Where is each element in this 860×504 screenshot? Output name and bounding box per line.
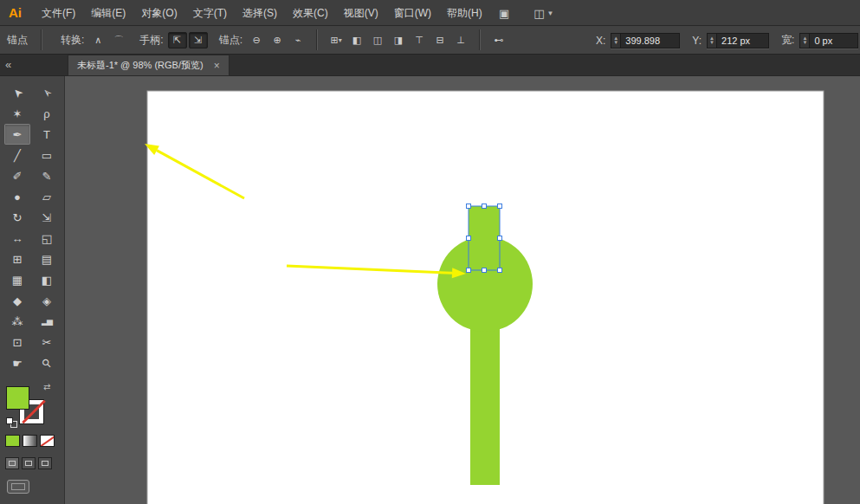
lasso-tool[interactable]: ρ [34, 103, 60, 124]
default-fill-mini [6, 417, 13, 424]
align-bottom-button[interactable]: ⊥ [451, 32, 470, 48]
shape-builder-tool[interactable]: ⊞ [4, 249, 30, 269]
selection-handle[interactable] [482, 268, 487, 273]
align-horizontal-center-icon: ◫ [373, 35, 382, 46]
distribute-button[interactable]: ⊷ [489, 32, 508, 48]
pencil-tool[interactable]: ✎ [34, 165, 60, 186]
menu-item-window[interactable]: 窗口(W) [386, 0, 439, 26]
align-options-button[interactable]: ⊞ ▾ [327, 32, 346, 48]
swap-fill-stroke-icon[interactable]: ⇄ [43, 382, 50, 391]
document-tab-title: 未标题-1* @ 98% (RGB/预览) [77, 59, 204, 72]
document-tab[interactable]: 未标题-1* @ 98% (RGB/预览) × [68, 55, 230, 76]
draw-inside-icon [42, 461, 48, 466]
canvas-svg[interactable] [66, 76, 860, 504]
x-stepper[interactable]: ▲ ▼ [611, 34, 621, 48]
blend-tool[interactable]: ◈ [34, 290, 60, 311]
none-button[interactable] [40, 435, 55, 447]
convert-to-corner-button[interactable]: ∧ [88, 32, 107, 48]
workspace-switcher-button[interactable]: ◫ ▼ [533, 7, 553, 20]
rotate-tool[interactable]: ↻ [4, 207, 30, 228]
rectangle-tool[interactable]: ▭ [34, 145, 60, 165]
pen-tool[interactable]: ✒ [4, 124, 30, 145]
free-transform-icon: ◱ [42, 232, 52, 245]
fill-color-swatch[interactable] [6, 386, 29, 410]
align-top-button[interactable]: ⊤ [410, 32, 429, 48]
selection-handle[interactable] [498, 236, 502, 241]
selection-handle[interactable] [467, 236, 471, 241]
selection-handle[interactable] [498, 204, 502, 209]
hide-handles-button[interactable]: ⇲ [189, 32, 208, 48]
align-vertical-center-button[interactable]: ⊟ [430, 32, 449, 48]
column-graph-tool[interactable]: ▂▅ [34, 311, 60, 332]
color-button[interactable] [5, 435, 20, 447]
screen-mode-button[interactable] [7, 480, 29, 494]
arrange-documents-icon[interactable]: ▣ [499, 7, 509, 20]
width-tool[interactable]: ↔ [4, 228, 30, 249]
y-input[interactable]: ▲ ▼ 212 px [707, 33, 769, 48]
menu-item-help[interactable]: 帮助(H) [439, 0, 490, 26]
app-logo[interactable]: Ai [9, 5, 22, 20]
add-anchor-button[interactable]: ⊕ [268, 32, 287, 48]
selection-tool[interactable]: ➤ [4, 82, 30, 103]
selection-handle[interactable] [482, 204, 487, 209]
drawn-stem-shape[interactable] [470, 320, 500, 485]
drawn-rect-shape[interactable] [469, 206, 500, 270]
blob-brush-tool[interactable]: ● [4, 186, 30, 207]
eraser-tool[interactable]: ▱ [34, 186, 60, 207]
zoom-tool[interactable]: ⚲ [34, 352, 60, 373]
width-stepper[interactable]: ▲ ▼ [800, 34, 810, 48]
menu-item-file[interactable]: 文件(F) [34, 0, 83, 26]
slice-tool[interactable]: ✂ [34, 332, 60, 352]
control-bar-title: 锚点 [7, 33, 28, 48]
scale-tool[interactable]: ⇲ [34, 207, 60, 228]
symbol-sprayer-icon: ⁂ [12, 315, 23, 328]
cut-path-button[interactable]: ⌁ [288, 32, 307, 48]
line-segment-tool[interactable]: ╱ [4, 145, 30, 165]
align-right-button[interactable]: ◨ [389, 32, 408, 48]
distribute-icon: ⊷ [495, 35, 504, 46]
free-transform-tool[interactable]: ◱ [34, 228, 60, 249]
direct-selection-tool[interactable]: ➣ [34, 82, 60, 103]
menu-item-object[interactable]: 对象(O) [133, 0, 184, 26]
default-fill-stroke-icon[interactable] [6, 417, 19, 429]
convert-to-smooth-button[interactable]: ⌒ [109, 32, 128, 48]
y-stepper[interactable]: ▲ ▼ [708, 34, 717, 48]
hand-tool[interactable]: ☛ [4, 352, 30, 373]
add-anchor-icon: ⊕ [273, 35, 281, 46]
align-left-icon: ◧ [352, 35, 361, 46]
menu-item-select[interactable]: 选择(S) [235, 0, 285, 26]
align-horizontal-center-button[interactable]: ◫ [368, 32, 387, 48]
draw-inside-button[interactable] [38, 457, 52, 469]
remove-anchor-icon: ⊖ [252, 35, 260, 46]
gradient-button[interactable] [23, 435, 37, 447]
menu-item-edit[interactable]: 编辑(E) [83, 0, 133, 26]
remove-anchor-button[interactable]: ⊖ [247, 32, 266, 48]
align-left-button[interactable]: ◧ [347, 32, 366, 48]
draw-normal-button[interactable] [5, 457, 19, 469]
selection-handle[interactable] [467, 204, 471, 209]
x-input[interactable]: ▲ ▼ 399.898 [611, 33, 680, 48]
paintbrush-tool[interactable]: ✐ [4, 165, 30, 186]
gradient-tool[interactable]: ◧ [34, 269, 60, 290]
show-handles-button[interactable]: ⇱ [168, 32, 187, 48]
close-icon[interactable]: × [214, 60, 220, 72]
selection-handle[interactable] [467, 268, 471, 273]
selection-handle[interactable] [498, 268, 502, 273]
draw-behind-icon [25, 461, 32, 466]
perspective-grid-tool[interactable]: ▤ [34, 249, 60, 269]
width-input[interactable]: ▲ ▼ 0 px [799, 33, 858, 48]
cut-path-icon: ⌁ [295, 35, 301, 46]
collapse-panel-icon[interactable]: « [5, 58, 11, 71]
canvas-area[interactable] [66, 76, 860, 504]
align-vertical-center-icon: ⊟ [436, 35, 443, 46]
mesh-tool[interactable]: ▦ [4, 269, 30, 290]
magic-wand-tool[interactable]: ✶ [4, 103, 30, 124]
draw-behind-button[interactable] [22, 457, 36, 469]
type-tool[interactable]: T [34, 124, 60, 145]
symbol-sprayer-tool[interactable]: ⁂ [4, 311, 30, 332]
artboard-tool[interactable]: ⊡ [4, 332, 30, 352]
menu-item-type[interactable]: 文字(T) [185, 0, 235, 26]
menu-item-effect[interactable]: 效果(C) [285, 0, 336, 26]
eyedropper-tool[interactable]: ◆ [4, 290, 30, 311]
menu-item-view[interactable]: 视图(V) [336, 0, 386, 26]
